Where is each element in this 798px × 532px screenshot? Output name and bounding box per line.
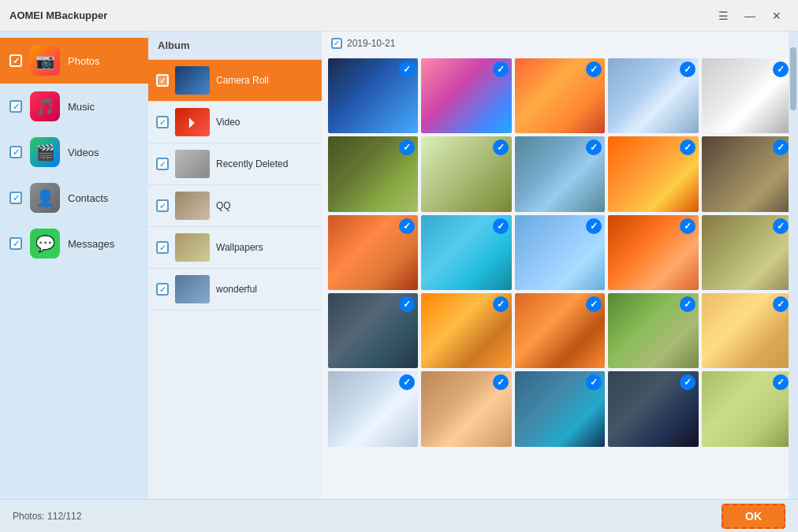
sidebar-label-music: Music	[68, 101, 95, 113]
sidebar-check-photos	[9, 54, 22, 67]
bottom-bar: Photos: 112/112 OK	[0, 499, 798, 532]
scrollbar-track[interactable]	[789, 32, 798, 499]
photo-area: 2019-10-21 wxgn.com	[322, 32, 798, 499]
sidebar-label-photos: Photos	[68, 55, 99, 67]
photo-check-badge-7	[493, 140, 509, 155]
album-label-qq: QQ	[216, 200, 231, 211]
photo-cell-3[interactable]	[515, 58, 605, 133]
photo-check-badge-9	[680, 140, 695, 155]
album-header: Album	[148, 32, 322, 60]
photo-cell-22[interactable]	[421, 371, 511, 446]
videos-icon: 🎬	[30, 137, 60, 167]
photo-check-badge-5	[773, 61, 789, 77]
sidebar-item-music[interactable]: 🎵 Music	[0, 84, 148, 129]
photo-cell-1[interactable]	[328, 58, 418, 133]
photo-cell-11[interactable]	[328, 215, 418, 290]
ok-button[interactable]: OK	[722, 504, 785, 529]
minimize-button[interactable]: —	[738, 6, 762, 25]
album-item-wonderful[interactable]: wonderful	[148, 269, 322, 311]
photo-check-badge-2	[493, 61, 509, 77]
album-item-wallpapers[interactable]: Wallpapers	[148, 227, 322, 269]
album-item-recently-deleted[interactable]: Recently Deleted	[148, 143, 322, 185]
photo-check-badge-14	[680, 218, 695, 234]
menu-button[interactable]: ☰	[711, 6, 735, 25]
contacts-icon: 👤	[30, 183, 60, 213]
photo-check-badge-4	[680, 61, 695, 77]
sidebar-check-contacts	[9, 192, 22, 204]
photo-check-badge-20	[773, 296, 789, 312]
photo-check-badge-13	[586, 218, 602, 234]
photo-cell-21[interactable]	[328, 371, 418, 446]
album-check-wonderful	[156, 283, 169, 296]
album-label-camera-roll: Camera Roll	[216, 75, 269, 86]
photo-cell-4[interactable]	[608, 58, 698, 133]
photo-check-badge-12	[493, 218, 509, 234]
messages-icon: 💬	[30, 229, 60, 259]
photo-cell-5[interactable]	[702, 58, 792, 133]
album-thumb-wallpapers	[175, 233, 210, 262]
music-icon: 🎵	[30, 91, 60, 121]
photo-check-badge-19	[680, 296, 695, 312]
album-check-camera-roll	[156, 74, 169, 87]
sidebar-item-contacts[interactable]: 👤 Contacts	[0, 175, 148, 221]
date-label: 2019-10-21	[347, 38, 395, 49]
photo-check-badge-15	[773, 218, 789, 234]
album-list: Camera Roll ⏵ Video Recently Deleted QQ	[148, 60, 322, 499]
photos-icon: 📷	[30, 46, 60, 76]
album-thumb-recently-deleted	[175, 150, 210, 178]
sidebar-check-videos	[9, 146, 22, 158]
photo-cell-19[interactable]	[608, 293, 698, 368]
album-thumb-video: ⏵	[175, 108, 210, 136]
album-item-video[interactable]: ⏵ Video	[148, 102, 322, 143]
album-thumb-wonderful	[175, 275, 210, 303]
photo-cell-13[interactable]	[515, 215, 605, 290]
album-item-qq[interactable]: QQ	[148, 185, 322, 227]
album-label-wonderful: wonderful	[216, 284, 257, 295]
photo-cell-2[interactable]	[421, 58, 511, 133]
photo-cell-23[interactable]	[515, 371, 605, 446]
photo-cell-20[interactable]	[702, 293, 792, 368]
photo-cell-18[interactable]	[515, 293, 605, 368]
photo-cell-17[interactable]	[421, 293, 511, 368]
photo-cell-6[interactable]	[328, 136, 418, 211]
date-check[interactable]	[331, 38, 342, 49]
scrollbar-thumb[interactable]	[790, 47, 796, 110]
app-title: AOMEI MBackupper	[9, 9, 711, 21]
photo-cell-15[interactable]	[702, 215, 792, 290]
photo-check-badge-22	[493, 374, 509, 390]
sidebar-item-photos[interactable]: 📷 Photos	[0, 38, 148, 84]
album-check-video	[156, 116, 169, 128]
title-bar: AOMEI MBackupper ☰ — ✕	[0, 0, 798, 32]
photo-cell-12[interactable]	[421, 215, 511, 290]
sidebar-label-contacts: Contacts	[68, 192, 108, 204]
window-controls: ☰ — ✕	[711, 6, 789, 25]
photo-cell-8[interactable]	[515, 136, 605, 211]
sidebar-item-videos[interactable]: 🎬 Videos	[0, 129, 148, 175]
album-check-qq	[156, 199, 169, 212]
photo-cell-24[interactable]	[608, 371, 698, 446]
album-label-wallpapers: Wallpapers	[216, 242, 263, 253]
photo-cell-14[interactable]	[608, 215, 698, 290]
date-header: 2019-10-21	[322, 32, 798, 55]
photo-cell-10[interactable]	[702, 136, 792, 211]
sidebar-label-videos: Videos	[68, 147, 99, 158]
app-body: 📷 Photos 🎵 Music 🎬 Videos 👤 Contacts 💬 M…	[0, 32, 798, 499]
album-thumb-qq	[175, 192, 210, 220]
sidebar-check-music	[9, 100, 22, 113]
photo-cell-25[interactable]	[702, 371, 792, 446]
photo-cell-16[interactable]	[328, 293, 418, 368]
album-check-recently-deleted	[156, 158, 169, 170]
album-thumb-camera-roll	[175, 66, 210, 95]
photo-check-badge-17	[493, 296, 509, 312]
photo-grid	[322, 55, 798, 499]
sidebar-item-messages[interactable]: 💬 Messages	[0, 221, 148, 266]
photo-cell-7[interactable]	[421, 136, 511, 211]
album-label-video: Video	[216, 117, 240, 128]
close-button[interactable]: ✕	[765, 6, 789, 25]
album-panel: Album Camera Roll ⏵ Video Recently Delet…	[148, 32, 322, 499]
album-item-camera-roll[interactable]: Camera Roll	[148, 60, 322, 102]
photo-cell-9[interactable]	[608, 136, 698, 211]
photo-check-badge-24	[680, 374, 695, 390]
photo-check-badge-11	[399, 218, 415, 234]
sidebar: 📷 Photos 🎵 Music 🎬 Videos 👤 Contacts 💬 M…	[0, 32, 148, 499]
